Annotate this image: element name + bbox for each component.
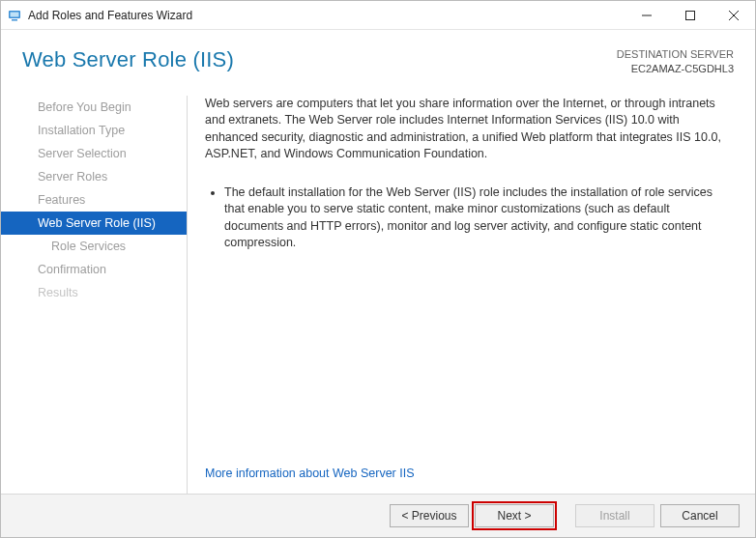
titlebar: Add Roles and Features Wizard — [1, 1, 755, 30]
sidebar-item-web-server-role[interactable]: Web Server Role (IIS) — [1, 212, 187, 235]
sidebar-item-before-you-begin[interactable]: Before You Begin — [1, 96, 187, 119]
sidebar-item-server-roles[interactable]: Server Roles — [1, 165, 187, 188]
server-manager-icon — [7, 8, 22, 23]
footer: < Previous Next > Install Cancel — [1, 494, 755, 537]
intro-text: Web servers are computers that let you s… — [205, 96, 728, 163]
svg-rect-4 — [685, 11, 694, 19]
previous-button[interactable]: < Previous — [390, 504, 469, 527]
close-button[interactable] — [712, 1, 755, 29]
bullet-item: The default installation for the Web Ser… — [224, 184, 728, 252]
window-title: Add Roles and Features Wizard — [28, 9, 625, 22]
destination-label: DESTINATION SERVER — [617, 47, 734, 62]
minimize-button[interactable] — [625, 1, 668, 29]
maximize-button[interactable] — [668, 1, 712, 29]
sidebar: Before You Begin Installation Type Serve… — [1, 86, 187, 494]
sidebar-item-results: Results — [1, 281, 187, 304]
install-button: Install — [575, 504, 654, 527]
sidebar-item-confirmation[interactable]: Confirmation — [1, 258, 187, 281]
wizard-window: Add Roles and Features Wizard Web Server… — [0, 0, 756, 538]
svg-rect-2 — [12, 19, 17, 21]
sidebar-item-features[interactable]: Features — [1, 188, 187, 212]
page-title: Web Server Role (IIS) — [22, 47, 617, 72]
body-region: Before You Begin Installation Type Serve… — [1, 86, 755, 494]
next-button[interactable]: Next > — [475, 504, 554, 527]
window-controls — [625, 1, 755, 29]
svg-rect-1 — [11, 12, 19, 16]
destination-server: DESTINATION SERVER EC2AMAZ-C5GDHL3 — [617, 47, 734, 76]
button-gap — [560, 504, 569, 527]
more-info-link[interactable]: More information about Web Server IIS — [205, 467, 728, 480]
content-spacer — [205, 262, 728, 467]
cancel-button[interactable]: Cancel — [660, 504, 740, 527]
bullet-list: The default installation for the Web Ser… — [205, 184, 728, 262]
header-region: Web Server Role (IIS) DESTINATION SERVER… — [1, 30, 755, 86]
content-panel: Web servers are computers that let you s… — [205, 86, 734, 494]
sidebar-item-role-services[interactable]: Role Services — [1, 235, 187, 258]
sidebar-item-server-selection[interactable]: Server Selection — [1, 142, 187, 165]
vertical-separator — [187, 96, 188, 494]
sidebar-item-installation-type[interactable]: Installation Type — [1, 119, 187, 142]
destination-value: EC2AMAZ-C5GDHL3 — [617, 62, 734, 76]
